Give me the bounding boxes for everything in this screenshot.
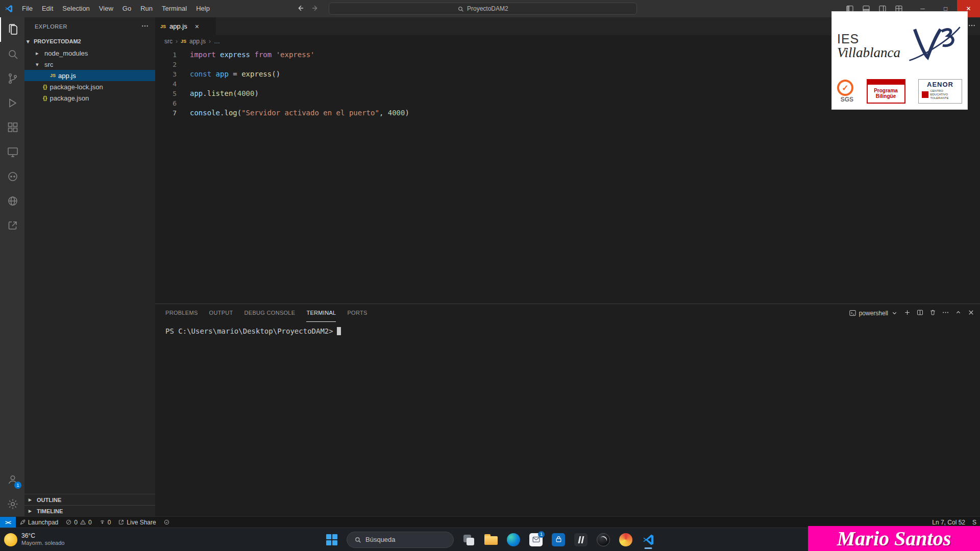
- sgs-check-icon: ✓: [837, 80, 853, 96]
- menu-edit[interactable]: Edit: [37, 0, 58, 17]
- bottom-panel: PROBLEMSOUTPUTDEBUG CONSOLETERMINALPORTS…: [155, 304, 980, 516]
- file-tree: ▸node_modules▾srcJSapp.js{}package-lock.…: [24, 47, 155, 104]
- menu-run[interactable]: Run: [136, 0, 157, 17]
- xbox-icon[interactable]: [594, 530, 613, 549]
- forward-button[interactable]: [311, 4, 320, 14]
- ports-count: 0: [108, 519, 111, 526]
- editor-more-actions-icon[interactable]: [968, 21, 976, 31]
- school-name-top: IES: [837, 32, 900, 45]
- warning-count: 0: [88, 519, 92, 526]
- menu-terminal[interactable]: Terminal: [157, 0, 191, 17]
- account-icon[interactable]: 1: [0, 467, 24, 492]
- copilot-icon[interactable]: [0, 164, 24, 189]
- back-button[interactable]: [296, 4, 304, 14]
- ports-indicator[interactable]: 0: [95, 517, 115, 528]
- line-number: 2: [155, 60, 185, 69]
- edge-icon[interactable]: [504, 530, 523, 549]
- tree-item-package-lock.json[interactable]: {}package-lock.json: [24, 81, 155, 92]
- file-explorer-icon[interactable]: [481, 530, 501, 549]
- pinned-app-2-icon[interactable]: [616, 530, 635, 549]
- code-text: const app = express(): [190, 69, 280, 79]
- code-text: app.listen(4000): [190, 89, 259, 98]
- mail-icon[interactable]: 1: [526, 530, 546, 549]
- live-share-icon[interactable]: [0, 213, 24, 238]
- menu-view[interactable]: View: [94, 0, 118, 17]
- search-icon[interactable]: [0, 42, 24, 66]
- remote-explorer-icon[interactable]: [0, 140, 24, 164]
- shell-selector[interactable]: powershell: [849, 309, 898, 317]
- error-count: 0: [74, 519, 78, 526]
- panel-tab-debug-console[interactable]: DEBUG CONSOLE: [244, 304, 296, 322]
- breadcrumb-src[interactable]: src: [164, 38, 173, 45]
- terminal[interactable]: PS C:\Users\mario\Desktop\ProyectoDAM2>: [155, 322, 980, 516]
- tree-item-app.js[interactable]: JSapp.js: [24, 70, 155, 81]
- formatter-check[interactable]: [160, 517, 174, 528]
- kill-terminal-icon[interactable]: [929, 309, 937, 318]
- panel-more-actions-icon[interactable]: [942, 309, 949, 318]
- windows-logo-icon: [326, 534, 337, 545]
- line-number: 4: [155, 79, 185, 89]
- run-debug-icon[interactable]: [0, 91, 24, 115]
- live-share-button[interactable]: Live Share: [114, 517, 159, 528]
- command-center-search[interactable]: ProyectoDAM2: [329, 3, 637, 15]
- settings-icon[interactable]: [0, 492, 24, 516]
- source-control-icon[interactable]: [0, 66, 24, 91]
- chevron-right-icon: ▸: [29, 508, 35, 514]
- panel-tab-output[interactable]: OUTPUT: [209, 304, 233, 322]
- weather-widget[interactable]: 36°C Mayorm. soleado: [4, 533, 64, 546]
- close-tab-icon[interactable]: ×: [195, 22, 199, 31]
- tree-item-src[interactable]: ▾src: [24, 59, 155, 70]
- explorer-more-actions-icon[interactable]: [141, 22, 149, 31]
- root-folder-label: PROYECTODAM2: [34, 38, 81, 44]
- cursor-position-label: Ln 7, Col 52: [932, 519, 965, 526]
- remote-indicator[interactable]: ><: [0, 517, 16, 528]
- launchpad-button[interactable]: Launchpad: [16, 517, 62, 528]
- timeline-section[interactable]: ▸ TIMELINE: [24, 505, 155, 516]
- vscode-icon[interactable]: [639, 530, 658, 549]
- activity-bottom: 1: [0, 467, 24, 516]
- problems-indicator[interactable]: 0 0: [62, 517, 95, 528]
- bilingual-label-1: Programa: [874, 88, 898, 94]
- breadcrumb-symbol[interactable]: …: [214, 38, 220, 45]
- outline-section[interactable]: ▸ OUTLINE: [24, 494, 155, 505]
- panel-tab-ports[interactable]: PORTS: [347, 304, 367, 322]
- tree-item-package.json[interactable]: {}package.json: [24, 92, 155, 104]
- menu-help[interactable]: Help: [191, 0, 214, 17]
- watermark-text: Mario Santos: [837, 527, 951, 550]
- taskbar-search-label: Búsqueda: [365, 536, 396, 543]
- maximize-panel-icon[interactable]: [954, 309, 962, 318]
- check-circle-icon: [163, 519, 170, 525]
- bilingual-label-2: Bilingüe: [876, 94, 896, 99]
- store-icon[interactable]: [549, 530, 568, 549]
- error-icon: [65, 519, 72, 525]
- close-panel-icon[interactable]: [967, 309, 975, 318]
- outline-label: OUTLINE: [37, 497, 61, 503]
- warning-icon: [80, 519, 86, 525]
- panel-tab-problems[interactable]: PROBLEMS: [165, 304, 198, 322]
- live-preview-icon[interactable]: [0, 189, 24, 213]
- school-name-bottom: Villablanca: [837, 45, 900, 60]
- explorer-icon[interactable]: [0, 17, 24, 42]
- tab-appjs[interactable]: JS app.js ×: [155, 17, 216, 35]
- chevron-down-icon: ▾: [36, 61, 42, 68]
- panel-tab-terminal[interactable]: TERMINAL: [306, 304, 336, 322]
- extensions-icon[interactable]: [0, 115, 24, 140]
- active-app-indicator: [645, 547, 652, 549]
- menu-go[interactable]: Go: [118, 0, 136, 17]
- pinned-app-1-icon[interactable]: [571, 530, 591, 549]
- explorer-title: EXPLORER: [35, 23, 67, 30]
- tree-item-label: node_modules: [44, 49, 88, 57]
- new-terminal-icon[interactable]: [903, 309, 911, 318]
- breadcrumb-separator: ›: [209, 38, 211, 45]
- tree-root-folder[interactable]: ▾ PROYECTODAM2: [24, 35, 155, 47]
- taskbar-search[interactable]: Búsqueda: [347, 532, 454, 548]
- breadcrumb-file[interactable]: app.js: [189, 38, 206, 45]
- menu-selection[interactable]: Selection: [58, 0, 94, 17]
- menu-file[interactable]: File: [17, 0, 37, 17]
- tree-item-node_modules[interactable]: ▸node_modules: [24, 47, 155, 59]
- task-view-icon[interactable]: [459, 530, 478, 549]
- code-text: console.log("Servidor activado en el pue…: [190, 108, 409, 118]
- split-terminal-icon[interactable]: [916, 309, 924, 318]
- chevron-right-icon: ▸: [36, 50, 42, 57]
- start-button[interactable]: [322, 530, 341, 549]
